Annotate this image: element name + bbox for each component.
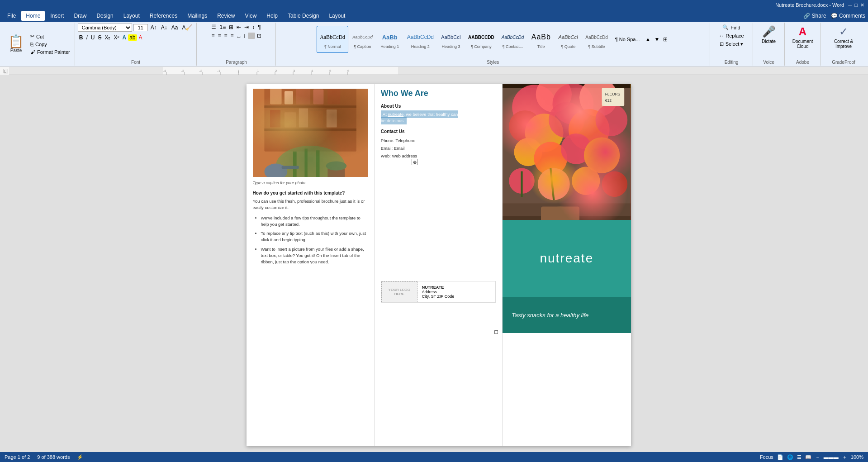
- align-right-button[interactable]: ≡: [223, 32, 228, 39]
- voice-group: 🎤 Dictate Voice: [753, 23, 785, 66]
- font-family-select[interactable]: Cambria (Body): [78, 24, 132, 32]
- ribbon-content: 📋 Paste ✂ Cut ⎘ Copy 🖌 Format Painter Cl…: [0, 22, 868, 67]
- focus-btn[interactable]: Focus: [760, 454, 773, 460]
- italic-button[interactable]: I: [85, 34, 89, 41]
- zoom-slider[interactable]: ▬▬▬: [824, 454, 839, 460]
- view-outline-btn[interactable]: ☰: [797, 454, 802, 460]
- decrease-indent-button[interactable]: ⇤: [235, 24, 242, 31]
- menu-design[interactable]: Design: [92, 11, 118, 21]
- dictate-button[interactable]: 🎤 Dictate: [759, 24, 778, 46]
- shrink-font-button[interactable]: A↓: [160, 24, 169, 31]
- style-quote[interactable]: AaBbCcI ¶ Quote: [555, 26, 581, 53]
- subscript-button[interactable]: X₂: [103, 34, 112, 41]
- style-normal[interactable]: AaBbCcDd ¶ Normal: [317, 26, 348, 53]
- grow-font-button[interactable]: A↑: [149, 24, 158, 31]
- document-cloud-button[interactable]: A Document Cloud: [790, 24, 816, 51]
- zoom-out-btn[interactable]: －: [815, 454, 820, 461]
- find-button[interactable]: 🔍 Find: [720, 24, 743, 31]
- table-move-handle[interactable]: ⊕: [412, 159, 418, 165]
- style-nospace-preview: ¶ No Spa...: [615, 32, 640, 47]
- sort-button[interactable]: ↕: [251, 24, 256, 31]
- style-company[interactable]: AABBCCDD ¶ Company: [465, 26, 498, 53]
- menu-view[interactable]: View: [241, 11, 261, 21]
- copy-icon: ⎘: [30, 42, 33, 47]
- menu-file[interactable]: File: [3, 11, 20, 21]
- svg-rect-23: [9, 67, 163, 75]
- styles-scroll-down[interactable]: ▼: [653, 35, 661, 44]
- menu-draw[interactable]: Draw: [69, 11, 91, 21]
- comments-btn[interactable]: 💬 Comments: [831, 13, 865, 19]
- style-contact[interactable]: AaBbCcDd ¶ Contact...: [498, 26, 527, 53]
- multilevel-list-button[interactable]: ⊞: [228, 24, 235, 31]
- text-effects-button[interactable]: A: [121, 34, 128, 41]
- style-title[interactable]: AaBb Title: [528, 26, 554, 53]
- menu-review[interactable]: Review: [213, 11, 239, 21]
- align-left-button[interactable]: ≡: [210, 32, 216, 39]
- window-controls[interactable]: ─ □ ✕: [844, 2, 864, 8]
- font-color-button[interactable]: A: [138, 34, 144, 41]
- style-caption[interactable]: AaBbCcDd ¶ Caption: [349, 26, 376, 53]
- svg-rect-36: [299, 108, 308, 127]
- show-hide-button[interactable]: ¶: [256, 24, 262, 31]
- cut-label: Cut: [36, 34, 44, 39]
- paste-button[interactable]: 📋 Paste: [5, 24, 28, 65]
- logo-placeholder: YOUR LOGO HERE: [381, 281, 417, 302]
- zoom-in-btn[interactable]: ＋: [842, 454, 847, 461]
- format-painter-button[interactable]: 🖌 Format Painter: [28, 48, 73, 56]
- menu-layout2[interactable]: Layout: [324, 11, 350, 21]
- view-print-btn[interactable]: 📄: [777, 454, 783, 460]
- numbered-list-button[interactable]: 1≡: [218, 24, 227, 31]
- column-break-button[interactable]: ⎵: [236, 32, 242, 39]
- footer-city: City, ST ZIP Code: [422, 294, 455, 299]
- svg-rect-38: [326, 110, 337, 127]
- view-read-btn[interactable]: 📖: [805, 454, 811, 460]
- menu-help[interactable]: Help: [262, 11, 282, 21]
- copy-button[interactable]: ⎘ Copy: [28, 41, 73, 48]
- superscript-button[interactable]: X²: [112, 34, 120, 41]
- change-case-button[interactable]: Aa: [170, 24, 180, 31]
- bullet-list-button[interactable]: ☰: [210, 24, 218, 31]
- style-h3-label: Heading 3: [442, 44, 460, 49]
- doc-title: Nutreate Brochure.docx - Word: [775, 2, 844, 8]
- align-center-button[interactable]: ≡: [216, 32, 222, 39]
- menu-home[interactable]: Home: [21, 11, 45, 21]
- ruler-svg: -4 -3 -2 -1 | 1 2 3 4 5 6: [9, 67, 868, 75]
- style-subtitle[interactable]: AaBbCcDd ¶ Subtitle: [582, 26, 611, 53]
- style-h3[interactable]: AaBbCcI Heading 3: [438, 26, 464, 53]
- style-contact-label: ¶ Contact...: [503, 44, 523, 49]
- text-highlight-button[interactable]: ab: [128, 34, 137, 41]
- line-spacing-button[interactable]: ↕: [242, 32, 247, 39]
- style-company-label: ¶ Company: [471, 44, 492, 49]
- voice-group-label: Voice: [763, 59, 774, 65]
- menu-insert[interactable]: Insert: [46, 11, 68, 21]
- style-h1[interactable]: AaBb Heading 1: [377, 26, 403, 53]
- increase-indent-button[interactable]: ⇥: [243, 24, 250, 31]
- about-text-block: At nutreate, we believe that healthy can…: [381, 111, 496, 124]
- view-web-btn[interactable]: 🌐: [787, 454, 793, 460]
- cut-button[interactable]: ✂ Cut: [28, 33, 73, 40]
- brochure-layout: Type a caption for your photo How do you…: [247, 84, 631, 446]
- page-scroll[interactable]: ⊕: [9, 75, 868, 452]
- bold-button[interactable]: B: [78, 34, 85, 41]
- styles-scroll-up[interactable]: ▲: [644, 35, 652, 44]
- menu-references[interactable]: References: [145, 11, 182, 21]
- menu-layout[interactable]: Layout: [119, 11, 144, 21]
- font-size-input[interactable]: [133, 24, 148, 31]
- borders-button[interactable]: ⊡: [256, 32, 263, 39]
- style-h2[interactable]: AaBbCcDd Heading 2: [404, 26, 437, 53]
- underline-button[interactable]: U: [90, 34, 96, 41]
- styles-expand[interactable]: ⊞: [662, 35, 669, 44]
- menu-mailings[interactable]: Mailings: [183, 11, 212, 21]
- strikethrough-button[interactable]: S: [96, 34, 103, 41]
- justify-button[interactable]: ≡: [229, 32, 235, 39]
- replace-button[interactable]: ↔ Replace: [716, 32, 746, 39]
- correct-improve-button[interactable]: ✓ Correct & Improve: [831, 24, 856, 51]
- share-btn[interactable]: 🔗 Share: [803, 13, 826, 19]
- shading-button[interactable]: [248, 33, 255, 39]
- table-resize-handle[interactable]: [494, 330, 498, 334]
- style-nospace[interactable]: ¶ No Spa...: [612, 26, 643, 53]
- accessibility-icon[interactable]: ⚡: [77, 454, 83, 460]
- clear-format-button[interactable]: A🧹: [180, 24, 194, 31]
- select-button[interactable]: ⊡ Select ▾: [717, 40, 746, 48]
- menu-table-design[interactable]: Table Design: [283, 11, 323, 21]
